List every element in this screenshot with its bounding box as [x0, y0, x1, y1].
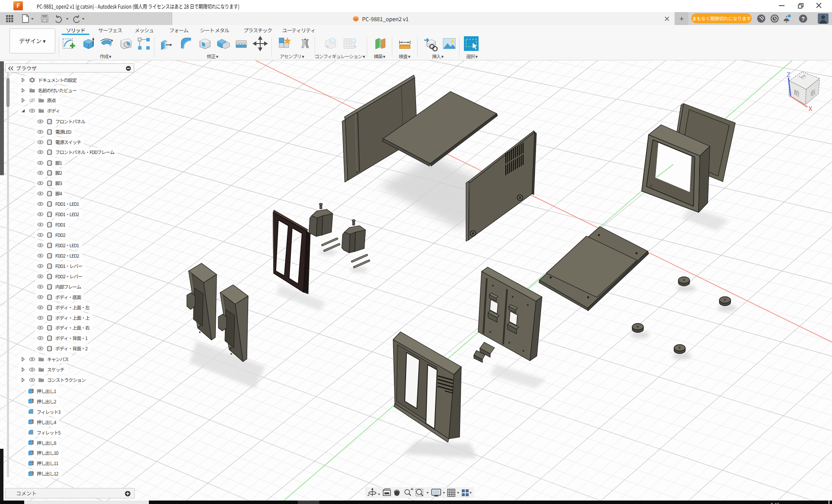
- svg-text:?: ?: [801, 14, 805, 22]
- svg-text:Z: Z: [787, 70, 791, 79]
- svg-text:X: X: [808, 104, 813, 113]
